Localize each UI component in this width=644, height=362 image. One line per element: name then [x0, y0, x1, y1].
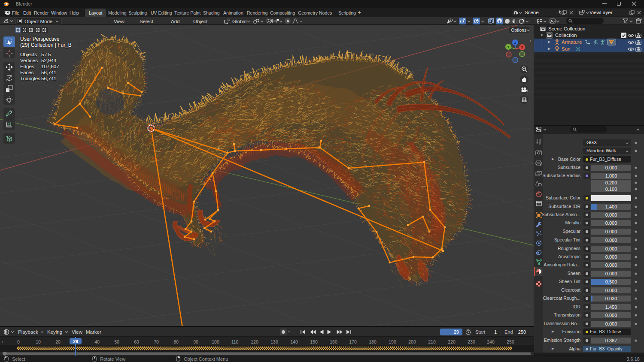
svg-text:Z: Z [514, 41, 516, 45]
svg-text:130: 130 [270, 339, 278, 344]
svg-text:70: 70 [154, 339, 159, 344]
svg-text:40: 40 [94, 339, 100, 344]
svg-text:100: 100 [212, 339, 219, 344]
svg-text:210: 210 [428, 339, 436, 344]
svg-text:10: 10 [36, 339, 41, 344]
svg-text:230: 230 [468, 339, 475, 344]
svg-text:90: 90 [193, 339, 198, 344]
svg-text:240: 240 [487, 339, 495, 344]
svg-text:140: 140 [290, 339, 298, 344]
svg-text:170: 170 [349, 339, 357, 344]
svg-text:190: 190 [389, 339, 396, 344]
svg-text:120: 120 [251, 339, 258, 344]
svg-text:110: 110 [231, 339, 239, 344]
svg-text:200: 200 [408, 339, 416, 344]
svg-text:X: X [521, 45, 523, 49]
svg-text:0: 0 [17, 339, 20, 344]
svg-text:150: 150 [310, 339, 318, 344]
svg-text:80: 80 [173, 339, 179, 344]
svg-text:220: 220 [448, 339, 456, 344]
svg-text:›: › [2, 340, 3, 344]
svg-text:180: 180 [369, 339, 377, 344]
svg-text:250: 250 [507, 339, 514, 344]
svg-text:50: 50 [114, 339, 119, 344]
svg-text:Y: Y [507, 45, 510, 49]
svg-text:20: 20 [55, 339, 61, 344]
svg-text:60: 60 [134, 339, 139, 344]
svg-text:29: 29 [73, 339, 78, 344]
svg-text:160: 160 [330, 339, 337, 344]
